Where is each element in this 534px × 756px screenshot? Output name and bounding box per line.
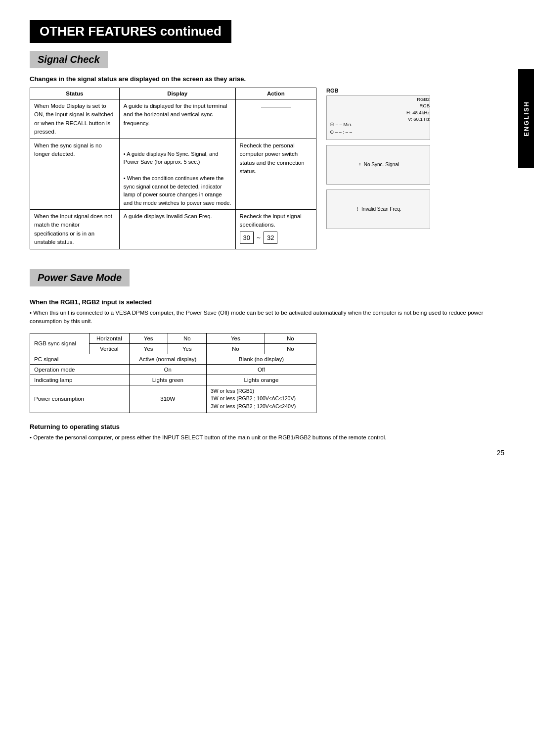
page-number: 25: [496, 449, 504, 457]
op-on: On: [129, 364, 206, 375]
power-save-section: Power Save Mode When the RGB1, RGB2 inpu…: [30, 269, 504, 442]
action-cell: Recheck the input signal specifications.…: [235, 210, 316, 249]
table-row: Operation mode On Off: [30, 364, 316, 375]
h-col4: No: [265, 333, 316, 343]
pc-blank: Blank (no display): [206, 354, 316, 364]
english-sidebar: ENGLISH: [518, 69, 534, 168]
freq-display: 30 ～ 32: [240, 232, 278, 244]
power-save-header: Power Save Mode: [30, 269, 130, 286]
display-cell: A guide displays Invalid Scan Freq.: [119, 210, 235, 249]
indicating-lamp-label: Indicating lamp: [30, 375, 130, 385]
table-row: When the sync signal is no longer detect…: [30, 139, 316, 210]
returning-title: Returning to operating status: [30, 423, 504, 430]
power-save-table: RGB sync signal Horizontal Yes No Yes No…: [30, 333, 316, 413]
table-row: Power consumption 310W 3W or less (RGB1)…: [30, 385, 316, 413]
vertical-label: Vertical: [89, 343, 130, 354]
language-label: ENGLISH: [523, 101, 530, 137]
status-cell: When Mode Display is set to ON, the inpu…: [30, 99, 120, 139]
lamp-orange: Lights orange: [206, 375, 316, 385]
no-sync-text: ！ No Sync. Signal: [357, 161, 399, 168]
operation-mode-label: Operation mode: [30, 364, 130, 375]
col-header-action: Action: [235, 88, 316, 99]
pc-active: Active (normal display): [129, 354, 206, 364]
v-col1: Yes: [129, 343, 168, 354]
power-consumption-label: Power consumption: [30, 385, 130, 413]
display-cell: • A guide displays No Sync. Signal, and …: [119, 139, 235, 210]
rgb-input-title: When the RGB1, RGB2 input is selected: [30, 298, 504, 306]
action-cell: Recheck the personal computer power swit…: [235, 139, 316, 210]
rgb-input-note: • When this unit is connected to a VESA …: [30, 309, 504, 326]
action-cell: [235, 99, 316, 139]
sync-signal-label: RGB sync signal: [30, 333, 89, 354]
rgb-panel-1-info: RGB2RGBH: 48.4kHzV: 60.1 Hz: [406, 96, 430, 122]
power-active: 310W: [129, 385, 206, 413]
main-title: OTHER FEATURES continued: [30, 20, 231, 43]
op-off: Off: [206, 364, 316, 375]
status-cell: When the input signal does not match the…: [30, 210, 120, 249]
rgb-panels: RGB RGB2RGBH: 48.4kHzV: 60.1 Hz ☉ – – Mi…: [326, 88, 430, 234]
table-row: When Mode Display is set to ON, the inpu…: [30, 99, 316, 139]
display-cell: A guide is displayed for the input termi…: [119, 99, 235, 139]
lamp-green: Lights green: [129, 375, 206, 385]
table-row: PC signal Active (normal display) Blank …: [30, 354, 316, 364]
pc-signal-label: PC signal: [30, 354, 130, 364]
rgb-panel-1-icons: ☉ – – Min. ⊙ – – : – –: [330, 121, 352, 136]
col-header-status: Status: [30, 88, 120, 99]
signal-check-intro: Changes in the signal status are display…: [30, 75, 504, 83]
v-col3: No: [206, 343, 265, 354]
table-row: When the input signal does not match the…: [30, 210, 316, 249]
rgb-panel-1: RGB2RGBH: 48.4kHzV: 60.1 Hz ☉ – – Min. ⊙…: [326, 95, 430, 140]
table-row: Indicating lamp Lights green Lights oran…: [30, 375, 316, 385]
signal-check-header: Signal Check: [30, 51, 108, 68]
returning-note: • Operate the personal computer, or pres…: [30, 433, 504, 442]
table-row: RGB sync signal Horizontal Yes No Yes No: [30, 333, 316, 343]
horizontal-label: Horizontal: [89, 333, 130, 343]
col-header-display: Display: [119, 88, 235, 99]
status-cell: When the sync signal is no longer detect…: [30, 139, 120, 210]
v-col2: Yes: [168, 343, 206, 354]
page-container: ENGLISH OTHER FEATURES continued Signal …: [0, 0, 534, 472]
h-col2: No: [168, 333, 206, 343]
h-col3: Yes: [206, 333, 265, 343]
h-col1: Yes: [129, 333, 168, 343]
invalid-scan-text: ！ Invalid Scan Freq.: [355, 206, 401, 213]
rgb-label: RGB: [326, 88, 430, 94]
rgb-panel-2: ！ No Sync. Signal: [326, 145, 430, 185]
rgb-panel-3: ！ Invalid Scan Freq.: [326, 189, 430, 229]
power-save-values: 3W or less (RGB1) 1W or less (RGB2 ; 100…: [206, 385, 316, 413]
signal-check-table: Status Display Action When Mode Display …: [30, 88, 316, 249]
v-col4: No: [265, 343, 316, 354]
